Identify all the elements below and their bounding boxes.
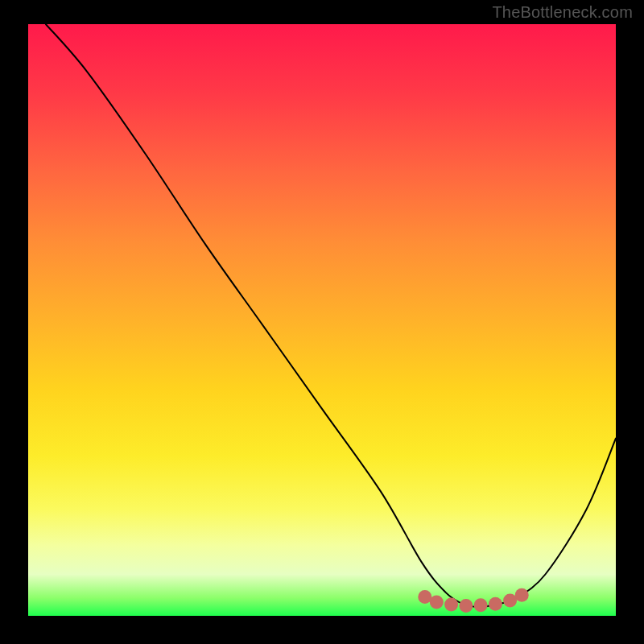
watermark-text: TheBottleneck.com xyxy=(492,3,633,22)
chart-bottom-markers xyxy=(418,588,528,613)
chart-marker-dot xyxy=(444,598,458,612)
chart-marker-dot xyxy=(515,588,529,602)
chart-marker-dot xyxy=(474,598,488,612)
chart-svg xyxy=(28,24,616,616)
chart-plot-area xyxy=(28,24,616,616)
chart-marker-dot xyxy=(489,597,502,611)
chart-marker-dot xyxy=(430,596,444,609)
chart-marker-dot xyxy=(418,590,431,604)
chart-marker-dot xyxy=(503,593,517,607)
chart-marker-dot xyxy=(459,599,473,613)
chart-curve xyxy=(46,24,616,607)
